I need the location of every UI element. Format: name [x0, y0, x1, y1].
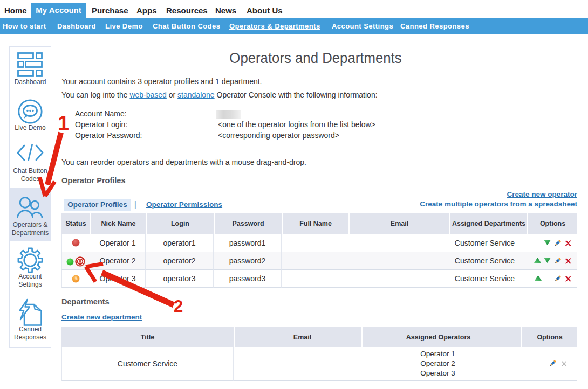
svg-text:1: 1 — [58, 112, 69, 135]
svg-text:2: 2 — [174, 297, 183, 316]
